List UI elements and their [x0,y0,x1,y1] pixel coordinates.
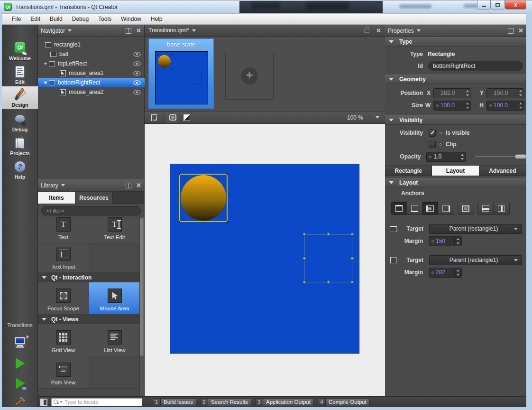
run-button[interactable] [2,354,38,373]
height-spinbox[interactable]: 100.0 [486,101,524,111]
is-visible-checkbox[interactable] [429,130,436,137]
visibility-eye-icon[interactable] [133,80,141,85]
left-margin-spinbox[interactable]: 282 [429,268,462,278]
top-anchor-target-dropdown[interactable]: Parent (rectangle1) [429,224,522,234]
spin-buttons[interactable] [454,237,461,246]
left-anchor-target-dropdown[interactable]: Parent (rectangle1) [429,255,522,265]
menu-tools[interactable]: Tools [93,14,116,24]
base-state-card[interactable]: base state [148,38,214,109]
visibility-eye-icon[interactable] [133,61,141,66]
binding-indicator[interactable] [429,156,431,158]
anchor-bottom-button[interactable] [407,202,422,214]
minimize-button[interactable] [477,0,491,9]
locator-field[interactable] [51,398,142,406]
menu-debug[interactable]: Debug [67,14,93,24]
section-type[interactable]: Type [385,37,526,47]
library-filter-input[interactable] [41,206,141,215]
canvas-topLeftRect[interactable] [179,174,228,222]
tab-advanced[interactable]: Advanced [479,166,526,176]
search-results-pane-button[interactable]: 2 Search Results [200,398,251,406]
lock-icon[interactable] [364,28,369,33]
opacity-slider[interactable] [475,154,526,159]
binding-indicator[interactable] [489,104,492,107]
opacity-spinbox[interactable]: 1.0 [426,152,466,162]
mode-edit[interactable]: Edit [2,64,38,86]
maximize-button[interactable] [491,0,504,9]
mode-design[interactable]: Design [2,86,38,109]
visibility-eye-icon[interactable] [133,52,141,57]
section-layout[interactable]: Layout [385,178,526,187]
anchor-horizontal-center-button[interactable] [494,202,509,214]
resize-handle[interactable] [302,256,307,261]
library-item-grid-view[interactable]: Grid View [38,324,89,356]
width-spinbox[interactable]: 100.0 [433,101,471,111]
spin-buttons[interactable] [517,89,524,98]
search-options-arrow-icon[interactable] [60,401,63,403]
debug-run-button[interactable] [2,374,38,393]
library-item-focus-scope[interactable]: Focus Scope [38,282,89,315]
section-visibility[interactable]: Visibility [385,115,526,125]
expander-icon[interactable] [44,63,47,65]
resize-handle[interactable] [350,256,355,261]
snap-to-guides-button[interactable] [148,113,160,122]
add-state-placeholder[interactable] [225,52,274,100]
spin-buttons[interactable] [517,101,524,110]
menu-edit[interactable]: Edit [26,14,45,24]
spin-buttons[interactable] [464,101,471,110]
menu-build[interactable]: Build [45,14,67,24]
canvas-bottomRightRect-selected[interactable] [304,234,352,282]
binding-indicator[interactable] [431,240,434,242]
visibility-eye-icon[interactable] [133,90,141,95]
resize-handle[interactable] [350,232,355,237]
spin-buttons[interactable] [454,268,461,277]
expander-icon[interactable] [44,82,47,84]
tab-rectangle[interactable]: Rectangle [385,166,432,176]
toggle-sidebar-icon[interactable] [40,399,47,406]
open-document-selector[interactable]: Transitions.qml* [148,27,223,34]
add-state-plus-icon[interactable] [241,67,258,84]
close-panel-icon[interactable] [136,182,141,188]
form-editor-canvas[interactable] [145,124,385,396]
close-panel-icon[interactable] [518,28,523,34]
menu-file[interactable]: File [7,14,26,24]
library-item-list-view[interactable]: List View [89,324,140,356]
resize-handle[interactable] [350,280,355,285]
menu-window[interactable]: Window [116,14,146,24]
anchor-vertical-center-button[interactable] [478,202,494,214]
close-document-icon[interactable] [376,28,381,34]
tree-item-bottomRightRect[interactable]: bottomRightRect [38,78,145,87]
resize-handle[interactable] [302,280,307,285]
mode-projects[interactable]: Projects [2,135,38,158]
mode-welcome[interactable]: Welcome [2,40,38,63]
tree-item-rectangle1[interactable]: rectangle1 [38,40,145,49]
toggle-color-scheme-button[interactable] [181,113,193,122]
resize-handle[interactable] [326,232,331,237]
tab-items[interactable]: Items [38,192,75,204]
library-scrollbar[interactable] [139,217,144,396]
close-button[interactable] [505,0,526,9]
title-bar[interactable]: Transitions.qml - Transitions - Qt Creat… [0,0,532,13]
show-bounding-rects-button[interactable] [167,113,178,122]
compile-output-pane-button[interactable]: 4 Compile Output [318,398,370,406]
section-qt-interaction[interactable]: Qt - Interaction [38,273,140,282]
mode-help[interactable]: Help [2,158,38,181]
build-button[interactable] [2,394,38,410]
top-margin-spinbox[interactable]: 150 [429,236,462,246]
properties-pane-selector[interactable]: Properties [388,28,458,34]
close-panel-icon[interactable] [136,28,141,34]
library-item-text[interactable]: Text [38,217,89,243]
x-spinbox[interactable]: 282.0 [433,88,471,98]
scrollbar-thumb[interactable] [140,218,144,356]
locator-input[interactable] [64,399,131,405]
split-panel-icon[interactable] [126,183,131,188]
anchor-top-button[interactable] [391,202,407,214]
anchor-left-button[interactable] [422,202,438,214]
split-panel-icon[interactable] [126,28,131,34]
anchor-right-button[interactable] [438,202,454,214]
mode-debug[interactable]: Debug [2,111,38,134]
build-issues-pane-button[interactable]: 1 Build Issues [153,398,196,406]
tree-item-mouse_area1[interactable]: mouse_area1 [38,68,145,78]
split-panel-icon[interactable] [508,28,514,34]
tree-item-topLeftRect[interactable]: topLeftRect [38,59,145,68]
binding-indicator[interactable] [431,271,434,274]
